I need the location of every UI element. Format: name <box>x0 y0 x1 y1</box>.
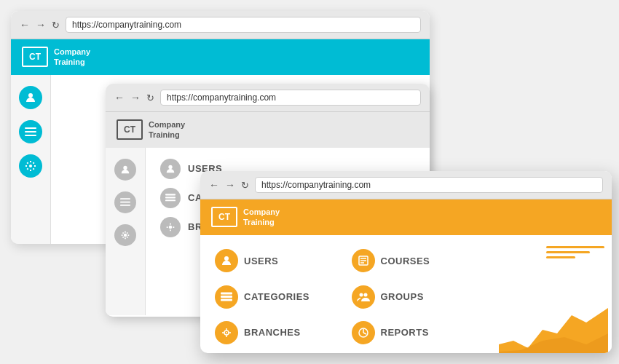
svg-point-24 <box>363 293 367 296</box>
reports-icon-3 <box>352 321 375 344</box>
logo-text-2: Company Training <box>149 119 185 141</box>
groups-icon-3 <box>352 285 375 309</box>
courses-icon-3 <box>352 249 375 272</box>
browser-chrome-3: ← → ↻ https://companytraining.com <box>200 171 612 199</box>
branches-icon-2 <box>160 217 181 237</box>
sidebar-1 <box>11 75 51 244</box>
logo-box-2: CT <box>117 119 143 140</box>
users-icon-3 <box>215 249 238 272</box>
menu-item-users-3[interactable]: USERS <box>215 246 344 276</box>
logo-box-1: CT <box>22 47 48 67</box>
svg-point-14 <box>169 225 172 228</box>
users-icon-2 <box>160 159 181 179</box>
menu-item-courses-3[interactable]: COURSES <box>352 246 481 276</box>
logo-box-3: CT <box>211 207 237 227</box>
chart-line-2 <box>546 251 590 253</box>
svg-point-9 <box>124 233 127 236</box>
svg-rect-12 <box>165 197 176 198</box>
chart-line-3 <box>546 256 575 258</box>
svg-rect-22 <box>221 299 232 301</box>
svg-rect-6 <box>120 198 130 199</box>
forward-button-1[interactable]: → <box>36 19 46 31</box>
back-button-1[interactable]: ← <box>20 19 30 31</box>
sidebar-icon-menu-1[interactable] <box>19 120 42 143</box>
sidebar-icon-settings-2[interactable] <box>114 224 136 246</box>
svg-point-10 <box>168 165 172 168</box>
menu-item-groups-3[interactable]: GROUPS <box>352 282 481 312</box>
logo-text-1: Company Training <box>54 47 90 68</box>
sidebar-2 <box>106 148 146 315</box>
menu-item-branches-3[interactable]: BRANCHES <box>215 317 344 347</box>
window-3-body: USERS COURSES <box>200 235 612 353</box>
back-button-2[interactable]: ← <box>114 92 125 103</box>
logo-text-3: Company Training <box>243 207 280 228</box>
svg-rect-21 <box>221 296 232 298</box>
svg-point-4 <box>29 165 32 167</box>
groups-label-3: GROUPS <box>381 291 424 302</box>
svg-rect-2 <box>25 131 36 132</box>
svg-point-15 <box>224 256 229 261</box>
svg-point-23 <box>359 293 363 296</box>
url-bar-2[interactable]: https://companytraining.com <box>160 90 421 106</box>
svg-point-0 <box>28 93 33 98</box>
categories-icon-3 <box>215 285 238 309</box>
sidebar-icon-settings-1[interactable] <box>19 154 42 178</box>
users-label-3: USERS <box>244 256 278 266</box>
svg-rect-8 <box>120 205 130 206</box>
refresh-button-3[interactable]: ↻ <box>241 180 249 191</box>
svg-point-5 <box>123 165 127 169</box>
browser-chrome-1: ← → ↻ https://companytraining.com <box>11 11 430 39</box>
browser-chrome-2: ← → ↻ https://companytraining.com <box>106 84 430 112</box>
categories-label-3: CATEGORIES <box>244 291 310 302</box>
forward-button-2[interactable]: → <box>130 92 141 103</box>
menu-item-reports-3[interactable]: REPORTS <box>352 317 481 347</box>
reports-label-3: REPORTS <box>381 327 429 338</box>
chart-svg <box>499 301 608 353</box>
svg-rect-7 <box>120 202 130 203</box>
forward-button-3[interactable]: → <box>225 179 235 191</box>
svg-rect-11 <box>165 194 176 195</box>
svg-rect-3 <box>25 135 36 136</box>
refresh-button-1[interactable]: ↻ <box>52 20 60 31</box>
chart-area <box>495 235 612 353</box>
chart-line-1 <box>546 246 604 248</box>
menu-item-categories-3[interactable]: CATEGORIES <box>215 282 344 312</box>
branches-label-3: BRANCHES <box>244 327 301 338</box>
url-bar-3[interactable]: https://companytraining.com <box>255 177 603 193</box>
menu-grid-3: USERS COURSES <box>200 235 495 353</box>
sidebar-icon-menu-2[interactable] <box>114 191 136 213</box>
svg-rect-13 <box>165 199 176 201</box>
branches-icon-3 <box>215 321 238 344</box>
browser-window-3: ← → ↻ https://companytraining.com CT Com… <box>200 171 612 353</box>
chart-lines <box>546 246 604 258</box>
back-button-3[interactable]: ← <box>209 179 219 191</box>
sidebar-icon-user-2[interactable] <box>114 159 136 181</box>
logo-header-1: CT Company Training <box>11 39 430 75</box>
svg-rect-20 <box>221 293 232 295</box>
refresh-button-2[interactable]: ↻ <box>146 92 154 103</box>
url-bar-1[interactable]: https://companytraining.com <box>66 17 421 33</box>
logo-header-2: CT Company Training <box>106 112 430 148</box>
svg-point-26 <box>226 332 227 333</box>
svg-rect-1 <box>25 127 36 129</box>
categories-icon-2 <box>160 188 181 208</box>
courses-label-3: COURSES <box>381 256 430 266</box>
logo-header-3: CT Company Training <box>200 199 612 235</box>
sidebar-icon-user-1[interactable] <box>19 86 42 109</box>
